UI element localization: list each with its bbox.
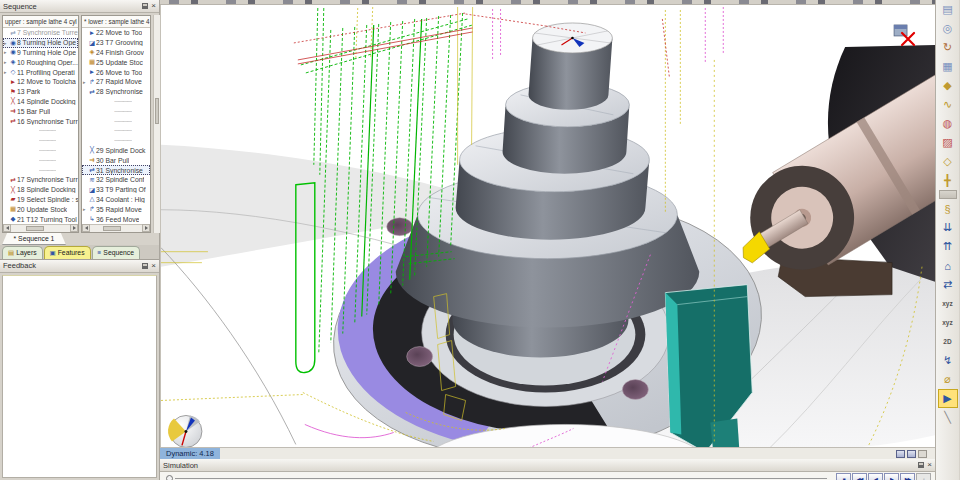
sequence-item[interactable]: ◪ 33 T9 Parting Of: [82, 185, 150, 195]
scroll-left-icon[interactable]: [3, 224, 11, 232]
sync-turrets-icon[interactable]: ⇄: [938, 275, 958, 294]
toolbar-icon[interactable]: [939, 190, 957, 199]
sequence-item[interactable]: ▸ ◇ 11 Profiling Operati: [3, 67, 78, 77]
sequence-item[interactable]: ────: [82, 116, 150, 126]
sequence-item[interactable]: ▸ ◉ 8 Turning Hole Ope: [3, 38, 78, 48]
pointer-icon[interactable]: ╲: [938, 408, 958, 427]
scroll-thumb[interactable]: [155, 98, 159, 124]
sequence-item[interactable]: ╳ 18 Spindle Docking: [3, 185, 78, 195]
dock-window-button[interactable]: [907, 450, 916, 458]
toolpath-edit-icon[interactable]: ↯: [938, 351, 958, 370]
sequence-sheet-tab[interactable]: * Sequence 1: [2, 233, 66, 245]
sequence-item[interactable]: ◪ 23 T7 Grooving: [82, 38, 150, 48]
scroll-thumb[interactable]: [26, 226, 44, 231]
sequence-item[interactable]: ⚑ 13 Park: [3, 87, 78, 97]
layer-mill-icon[interactable]: ▦: [938, 57, 958, 76]
sequence-item[interactable]: ⇄ 17 Synchronise Turr: [3, 175, 78, 185]
simulation-buttons: ■◀◀◀▶▶▶▫: [835, 473, 931, 480]
lower-vertical-scrollbar[interactable]: [153, 15, 160, 233]
rotary-cycle-icon[interactable]: ◎: [938, 19, 958, 38]
thread-mill-icon[interactable]: ∿: [938, 95, 958, 114]
close-icon[interactable]: ×: [151, 263, 156, 269]
sequence-item[interactable]: ────: [82, 136, 150, 146]
sequence-item[interactable]: ▰ 19 Select Spindle : s: [3, 195, 78, 205]
dock-tab[interactable]: ≡ Sequence: [92, 246, 140, 259]
sequence-item[interactable]: ────: [3, 126, 78, 136]
scroll-thumb[interactable]: [103, 226, 121, 231]
sequence-item[interactable]: ────: [3, 146, 78, 156]
scroll-right-icon[interactable]: [70, 224, 78, 232]
pickup-spindle-icon[interactable]: ⇊: [938, 218, 958, 237]
scroll-right-icon[interactable]: [142, 224, 150, 232]
sequence-item[interactable]: ▦ 20 Update Stock: [3, 204, 78, 214]
dock-window-button[interactable]: [896, 450, 905, 458]
sequence-item[interactable]: ▦ 25 Update Stoc: [82, 57, 150, 67]
dock-tab[interactable]: ▤ Layers: [2, 246, 43, 259]
skip-to-start-button[interactable]: ◀◀: [852, 473, 867, 480]
sequence-item[interactable]: ────: [82, 126, 150, 136]
dock-spindle-icon[interactable]: ⇈: [938, 237, 958, 256]
stock-setup-icon[interactable]: ▤: [938, 0, 958, 19]
sequence-item[interactable]: ► 12 Move to Toolcha: [3, 77, 78, 87]
close-icon[interactable]: ×: [151, 3, 156, 9]
viewport-3d[interactable]: [160, 5, 935, 447]
simulation-slider-track[interactable]: [175, 478, 827, 479]
sequence-item[interactable]: ▸ ◉ 9 Turning Hole Ope: [3, 48, 78, 58]
sequence-item[interactable]: ▸ ↱ 27 Rapid Move: [82, 77, 150, 87]
skip-to-end-button[interactable]: ▶▶: [900, 473, 915, 480]
simulation-slider-handle[interactable]: [166, 475, 173, 480]
park-spindle-icon[interactable]: ⌂: [938, 256, 958, 275]
close-icon[interactable]: ×: [927, 462, 932, 468]
sequence-item[interactable]: ⇉ 15 Bar Pull: [3, 106, 78, 116]
dock-tab[interactable]: ▣ Features: [44, 246, 91, 259]
play-button[interactable]: ▶: [884, 473, 899, 480]
sequence-item[interactable]: ⇄ 16 Synchronise Turr: [3, 116, 78, 126]
sequence-item[interactable]: ► 22 Move to Too: [82, 28, 150, 38]
chamfer-cycle-icon[interactable]: ◆: [938, 76, 958, 95]
upper-column-header: upper : sample lathe 4 cyl s...: [3, 16, 78, 28]
tap-cycle-icon[interactable]: §: [938, 199, 958, 218]
sequence-item[interactable]: ╳ 14 Spindle Docking: [3, 97, 78, 107]
scroll-left-icon[interactable]: [82, 224, 90, 232]
step-back-button[interactable]: ◀: [868, 473, 883, 480]
finish-cycle-icon[interactable]: ◇: [938, 152, 958, 171]
sequence-item[interactable]: ────: [3, 165, 78, 175]
feedback-content: [2, 275, 157, 478]
detach-button[interactable]: ▫: [916, 473, 931, 480]
sequence-item[interactable]: ↳ 36 Feed Move: [82, 214, 150, 224]
face-groove-icon[interactable]: ◍: [938, 114, 958, 133]
sequence-item[interactable]: ▸ ↱ 35 Rapid Move: [82, 204, 150, 214]
stop-button[interactable]: ■: [836, 473, 851, 480]
groove-cycle-icon[interactable]: ▨: [938, 133, 958, 152]
sequence-item[interactable]: ◆ 21 T12 Turning Tool: [3, 214, 78, 224]
sequence-item[interactable]: ────: [82, 106, 150, 116]
upper-sequence-list: ⇄ 7 Synchronise Turre ▸ ◉ 8 Turning Hole…: [3, 28, 78, 224]
drill-cycle-icon[interactable]: ╋: [938, 171, 958, 190]
sequence-item[interactable]: ────: [3, 136, 78, 146]
dock-window-button[interactable]: [918, 450, 927, 458]
simulate-icon[interactable]: ▶: [938, 389, 958, 408]
spin-cycle-icon[interactable]: ↻: [938, 38, 958, 57]
move-xyz-icon[interactable]: xyz: [938, 294, 958, 313]
probe-cycle-icon[interactable]: ⌀: [938, 370, 958, 389]
sequence-item[interactable]: ⇄ 28 Synchronise: [82, 87, 150, 97]
sequence-item[interactable]: ⇄ 7 Synchronise Turre: [3, 28, 78, 38]
sequence-item[interactable]: ⇄ 31 Synchronise: [82, 165, 150, 175]
pin-icon[interactable]: [142, 263, 148, 269]
pin-icon[interactable]: [918, 462, 924, 468]
sequence-item[interactable]: ▸ ◈ 10 Roughing Oper...: [3, 57, 78, 67]
sequence-item[interactable]: ⇉ 30 Bar Pull: [82, 155, 150, 165]
sequence-item[interactable]: △ 34 Coolant : Hig: [82, 195, 150, 205]
sequence-item[interactable]: ────: [3, 155, 78, 165]
sequence-item[interactable]: ◈ 24 Finish Groov: [82, 48, 150, 58]
upper-horizontal-scrollbar[interactable]: [3, 224, 78, 232]
sequence-item[interactable]: ≋ 32 Spindle Conf: [82, 175, 150, 185]
rapid-xyz-icon[interactable]: xyz: [938, 313, 958, 332]
lower-horizontal-scrollbar[interactable]: [82, 224, 150, 232]
sequence-item[interactable]: ╳ 29 Spindle Dock: [82, 146, 150, 156]
view-2d-icon[interactable]: 2D: [938, 332, 958, 351]
sequence-item[interactable]: ► 26 Move to Too: [82, 67, 150, 77]
pin-icon[interactable]: [142, 3, 148, 9]
viewport-3d-scene[interactable]: [161, 5, 935, 447]
sequence-item[interactable]: ────: [82, 97, 150, 107]
